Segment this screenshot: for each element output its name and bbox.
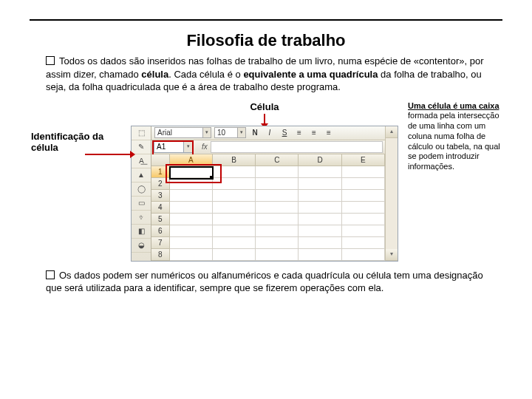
underline-button[interactable]: S: [279, 127, 290, 139]
cell-identification-label: Identificação da célula: [30, 101, 127, 153]
draw-tool-icon[interactable]: ◯: [132, 183, 151, 197]
row-header[interactable]: 8: [151, 249, 170, 261]
draw-tool-icon[interactable]: ▲: [132, 168, 151, 183]
formula-bar[interactable]: [211, 141, 383, 153]
chevron-down-icon: ▾: [183, 142, 192, 152]
vertical-scrollbar[interactable]: ▴ ▾: [385, 126, 398, 261]
chevron-down-icon: ▾: [202, 128, 211, 137]
scroll-up-icon[interactable]: ▴: [386, 126, 398, 138]
chevron-down-icon: ▾: [237, 128, 245, 137]
bold-button[interactable]: N: [249, 127, 261, 139]
closing-paragraph: Os dados podem ser numéricos ou alfanumé…: [46, 269, 489, 295]
row-header[interactable]: 2: [151, 178, 170, 190]
spreadsheet-screenshot: ⬚ ✎ A͟ ▲ ◯ ▭ ⎀ ◧ ◒ Arial: [131, 126, 398, 262]
arrow-down-icon: [264, 114, 265, 124]
scroll-down-icon[interactable]: ▾: [386, 249, 398, 261]
align-left-button[interactable]: ≡: [293, 127, 305, 139]
column-header[interactable]: B: [213, 154, 256, 166]
align-right-button[interactable]: ≡: [323, 127, 335, 139]
cell-definition-sidebar: Uma célula é uma caixa formada pela inte…: [402, 101, 502, 172]
column-header[interactable]: A: [170, 154, 213, 166]
arrow-right-icon: [85, 154, 131, 155]
draw-tool-icon[interactable]: ⬚: [132, 126, 151, 140]
row-header[interactable]: 3: [151, 190, 170, 202]
cell-label: Célula: [250, 101, 279, 112]
drawing-toolbar: ⬚ ✎ A͟ ▲ ◯ ▭ ⎀ ◧ ◒: [132, 126, 151, 261]
fx-icon[interactable]: fx: [202, 143, 208, 151]
select-all-corner[interactable]: [151, 154, 170, 166]
page-title: Filosofia de trabalho: [30, 31, 502, 50]
row-header[interactable]: 6: [151, 225, 170, 237]
row-header[interactable]: 4: [151, 202, 170, 214]
font-size-dropdown[interactable]: 10 ▾: [214, 127, 246, 138]
formula-bar-row: A1 ▾ fx: [151, 140, 385, 154]
column-header[interactable]: D: [299, 154, 341, 166]
worksheet-grid[interactable]: A B C D E 1 2 3 4 5: [151, 154, 385, 261]
font-name-dropdown[interactable]: Arial ▾: [154, 127, 211, 138]
row-header[interactable]: 7: [151, 237, 170, 249]
formatting-toolbar: Arial ▾ 10 ▾ N I S ≡ ≡: [151, 126, 385, 140]
column-header[interactable]: C: [256, 154, 299, 166]
column-header[interactable]: E: [342, 154, 385, 166]
draw-tool-icon[interactable]: ⎀: [132, 211, 151, 225]
fill-handle[interactable]: [210, 176, 214, 180]
bullet-square-icon: [46, 270, 55, 279]
intro-paragraph: Todos os dados são inseridos nas folhas …: [46, 55, 489, 94]
bullet-square-icon: [46, 56, 55, 65]
row-header[interactable]: 5: [151, 214, 170, 225]
align-center-button[interactable]: ≡: [308, 127, 320, 139]
draw-tool-icon[interactable]: ◒: [132, 239, 151, 253]
italic-button[interactable]: I: [264, 127, 276, 139]
row-header[interactable]: 1: [151, 166, 170, 178]
name-box[interactable]: A1 ▾: [154, 141, 193, 153]
draw-tool-icon[interactable]: ▭: [132, 197, 151, 211]
draw-tool-icon[interactable]: ◧: [132, 225, 151, 239]
